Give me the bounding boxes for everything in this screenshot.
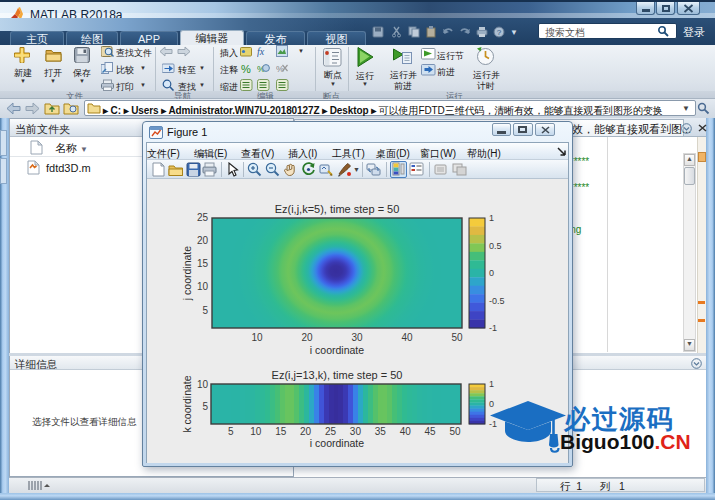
svg-text:10: 10 [250, 426, 262, 437]
svg-text:1: 1 [489, 379, 494, 389]
svg-text:15: 15 [275, 426, 287, 437]
svg-text:15: 15 [197, 258, 209, 269]
svg-text:30: 30 [350, 426, 362, 437]
svg-text:5: 5 [202, 305, 208, 316]
svg-text:?: ? [497, 28, 502, 37]
svg-text:k coordinate: k coordinate [181, 375, 193, 432]
svg-text:5: 5 [228, 426, 234, 437]
svg-text:0: 0 [489, 268, 494, 278]
svg-text:Ez(i,j=13,k), time step = 50: Ez(i,j=13,k), time step = 50 [272, 369, 403, 381]
svg-text:10: 10 [197, 379, 209, 390]
svg-text:10: 10 [197, 281, 209, 292]
svg-text:20: 20 [197, 235, 209, 246]
svg-text:-1: -1 [489, 323, 497, 333]
svg-text:50: 50 [449, 426, 461, 437]
svg-text:fx: fx [257, 46, 265, 57]
svg-text:35: 35 [375, 426, 387, 437]
svg-text:i coordinate: i coordinate [310, 344, 364, 356]
svg-text:20: 20 [300, 426, 312, 437]
svg-text:j coordinate: j coordinate [181, 246, 193, 301]
svg-text:25: 25 [197, 212, 209, 223]
svg-text:40: 40 [400, 426, 412, 437]
svg-text:20: 20 [301, 332, 313, 343]
svg-text:Ez(i,j,k=5), time step = 50: Ez(i,j,k=5), time step = 50 [275, 203, 400, 215]
svg-text:50: 50 [451, 332, 463, 343]
svg-text:5: 5 [202, 401, 208, 412]
svg-text:i coordinate: i coordinate [310, 437, 364, 449]
svg-text:%: % [241, 63, 251, 75]
svg-text:-0.5: -0.5 [489, 296, 505, 306]
svg-text:40: 40 [401, 332, 413, 343]
svg-text:25: 25 [325, 426, 337, 437]
svg-text:30: 30 [351, 332, 363, 343]
svg-text:10: 10 [251, 332, 263, 343]
svg-text:0.5: 0.5 [489, 241, 502, 251]
svg-text:1: 1 [489, 213, 494, 223]
svg-text:45: 45 [425, 426, 437, 437]
